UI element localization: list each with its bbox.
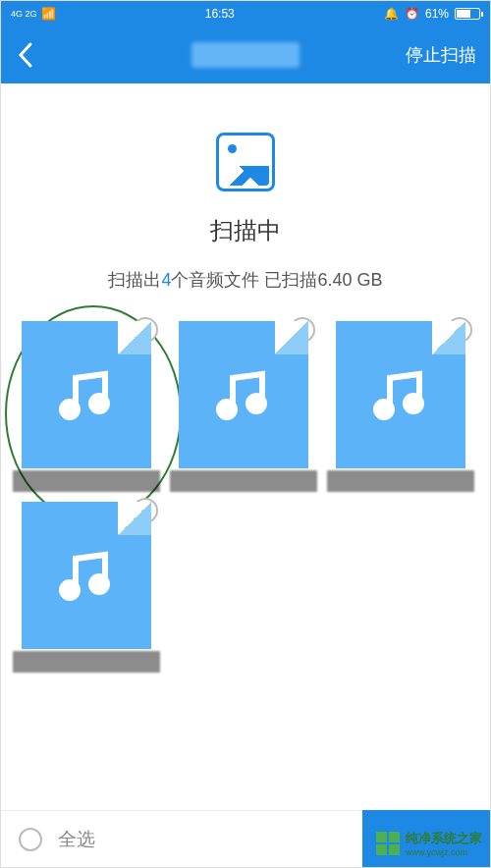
file-label-masked (170, 470, 317, 492)
file-count: 4 (161, 270, 171, 290)
svg-point-0 (62, 402, 78, 417)
scan-title: 扫描中 (21, 215, 470, 246)
select-all-checkbox[interactable] (19, 828, 42, 851)
audio-item[interactable] (327, 321, 474, 492)
alarm-icon: ⏰ (405, 7, 419, 21)
music-note-icon (52, 541, 121, 610)
file-label-masked (327, 470, 474, 492)
audio-item[interactable] (13, 321, 160, 492)
file-label-masked (13, 651, 160, 673)
svg-point-3 (248, 396, 264, 411)
image-placeholder-icon (216, 133, 275, 191)
svg-point-1 (91, 396, 107, 411)
svg-point-4 (376, 402, 392, 417)
battery-pct: 61% (425, 7, 449, 21)
audio-thumbnail (179, 321, 308, 468)
svg-point-5 (406, 396, 421, 411)
audio-thumbnail (336, 321, 465, 468)
music-note-icon (366, 360, 435, 429)
scan-status: 扫描中 扫描出4个音频文件 已扫描6.40 GB (1, 83, 490, 292)
svg-point-6 (62, 582, 78, 598)
watermark-url: www.ycwjz.com (406, 847, 482, 857)
audio-thumbnail (22, 321, 151, 468)
battery-icon (455, 8, 480, 20)
scanned-size: 6.40 GB (317, 270, 382, 290)
signal-icon: 📶 (41, 7, 56, 21)
audio-thumbnail (22, 502, 151, 649)
app-header: 停止扫描 (1, 27, 490, 83)
svg-point-2 (219, 402, 235, 417)
file-label-masked (13, 470, 160, 492)
scan-subtitle: 扫描出4个音频文件 已扫描6.40 GB (21, 268, 470, 292)
watermark: 纯净系统之家 www.ycwjz.com (376, 830, 482, 857)
clock: 16:53 (205, 7, 235, 21)
select-all-label[interactable]: 全选 (58, 827, 95, 852)
network-label: 4G 2G (11, 10, 37, 19)
music-note-icon (209, 360, 278, 429)
bell-icon: 🔔 (384, 7, 399, 21)
audio-item[interactable] (170, 321, 317, 492)
music-note-icon (52, 360, 121, 429)
status-bar: 4G 2G 📶 16:53 🔔 ⏰ 61% (1, 1, 490, 27)
audio-item[interactable] (13, 502, 160, 673)
watermark-logo-icon (376, 832, 400, 855)
page-title-masked (191, 42, 300, 68)
svg-point-7 (91, 576, 107, 592)
stop-scan-button[interactable]: 停止扫描 (406, 43, 476, 67)
back-icon[interactable] (15, 40, 36, 70)
watermark-text: 纯净系统之家 (406, 830, 482, 847)
file-grid (1, 292, 490, 673)
